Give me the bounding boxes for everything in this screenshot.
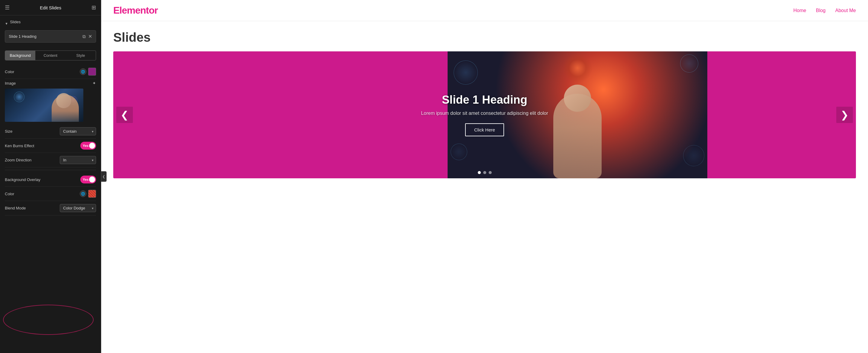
background-overlay-row: Background Overlay Yes <box>5 173 96 187</box>
size-setting-row: Size Contain Cover Auto <box>5 124 96 139</box>
nav-link-about[interactable]: About Me <box>835 8 856 13</box>
overlay-globe-icon[interactable]: 🌐 <box>80 190 86 197</box>
image-row: Image ✦ <box>5 79 96 87</box>
color-swatch-purple[interactable] <box>88 68 96 76</box>
image-label: Image <box>5 81 16 86</box>
overlay-color-value: 🌐 <box>80 190 96 198</box>
ken-burns-label: Ken Burns Effect <box>5 144 34 148</box>
tab-content[interactable]: Content <box>35 51 65 60</box>
color-label: Color <box>5 69 14 74</box>
slide-text: Lorem ipsum dolor sit amet consectetur a… <box>421 111 548 116</box>
image-preview[interactable] <box>5 89 83 122</box>
slider-arrow-left[interactable]: ❮ <box>116 107 133 123</box>
zoom-direction-row: Zoom Direction In Out <box>5 153 96 168</box>
grid-icon[interactable]: ⊞ <box>92 4 96 11</box>
toggle-knob <box>89 143 95 149</box>
tabs-row: Background Content Style <box>5 51 96 60</box>
right-area: Elementor Home Blog About Me Slides <box>101 0 868 353</box>
slider-container: Slide 1 Heading Lorem ipsum dolor sit am… <box>113 51 856 178</box>
page-title: Slides <box>113 30 856 45</box>
delete-icon[interactable]: ✕ <box>88 34 92 39</box>
panel-header: ☰ Edit Slides ⊞ <box>0 0 101 16</box>
ken-burns-value: Yes <box>80 144 89 147</box>
ken-burns-row: Ken Burns Effect Yes <box>5 139 96 153</box>
nav-link-home[interactable]: Home <box>794 8 806 13</box>
slider-dot-2[interactable] <box>483 171 486 174</box>
brand-logo: Elementor <box>113 5 158 16</box>
overlay-color-label: Color <box>5 192 14 196</box>
panel-title: Edit Slides <box>40 5 61 10</box>
color-setting-row: Color 🌐 <box>5 65 96 79</box>
settings-area: Color 🌐 Image ✦ <box>0 65 101 215</box>
slide-heading: Slide 1 Heading <box>442 93 527 107</box>
annotation-circle <box>3 305 94 335</box>
main-content: Slides <box>101 21 868 353</box>
blend-mode-select[interactable]: Color Dodge Normal Multiply Screen Overl… <box>60 204 96 212</box>
overlay-toggle[interactable]: Yes <box>80 176 96 183</box>
zoom-select-wrapper: In Out <box>60 156 96 164</box>
duplicate-icon[interactable]: ⧉ <box>83 34 86 39</box>
blend-mode-label: Blend Mode <box>5 206 26 210</box>
slide-button[interactable]: Click Here <box>465 123 504 136</box>
slider-dot-3[interactable] <box>489 171 492 174</box>
slides-section: ▼ Slides Slide 1 Heading ⧉ ✕ <box>0 16 101 48</box>
slide-item-actions: ⧉ ✕ <box>83 34 92 39</box>
slider-overlay: Slide 1 Heading Lorem ipsum dolor sit am… <box>113 51 856 178</box>
slide-item[interactable]: Slide 1 Heading ⧉ ✕ <box>5 30 96 42</box>
size-select[interactable]: Contain Cover Auto <box>60 127 96 136</box>
image-preview-inner <box>5 89 83 122</box>
size-select-wrapper: Contain Cover Auto <box>60 127 96 136</box>
left-panel: ☰ Edit Slides ⊞ ▼ Slides Slide 1 Heading… <box>0 0 101 353</box>
ken-burns-toggle[interactable]: Yes <box>80 142 96 150</box>
zoom-select[interactable]: In Out <box>60 156 96 164</box>
panel-collapse-handle[interactable]: ❮ <box>101 171 106 182</box>
blend-mode-select-wrapper: Color Dodge Normal Multiply Screen Overl… <box>60 204 96 212</box>
size-label: Size <box>5 129 12 134</box>
slider-dots <box>478 171 492 174</box>
color-globe-icon[interactable]: 🌐 <box>80 68 86 75</box>
overlay-color-swatch[interactable] <box>88 190 96 198</box>
slider-arrow-right[interactable]: ❯ <box>836 107 853 123</box>
ai-stars-icon[interactable]: ✦ <box>92 81 96 86</box>
slides-section-label: Slides <box>10 20 21 24</box>
overlay-color-row: Color 🌐 <box>5 187 96 201</box>
overlay-toggle-value: Yes <box>80 178 89 181</box>
nav-link-blog[interactable]: Blog <box>816 8 826 13</box>
blend-mode-row: Blend Mode Color Dodge Normal Multiply S… <box>5 201 96 215</box>
tab-style[interactable]: Style <box>65 51 96 60</box>
top-nav: Elementor Home Blog About Me <box>101 0 868 21</box>
tab-background[interactable]: Background <box>5 51 35 60</box>
color-value: 🌐 <box>80 68 96 76</box>
hamburger-icon[interactable]: ☰ <box>5 4 10 11</box>
nav-links: Home Blog About Me <box>794 8 856 13</box>
overlay-toggle-knob <box>89 177 95 182</box>
background-overlay-label: Background Overlay <box>5 177 40 182</box>
slider-dot-1[interactable] <box>478 171 481 174</box>
zoom-direction-label: Zoom Direction <box>5 158 31 162</box>
slide-item-name: Slide 1 Heading <box>9 34 36 39</box>
